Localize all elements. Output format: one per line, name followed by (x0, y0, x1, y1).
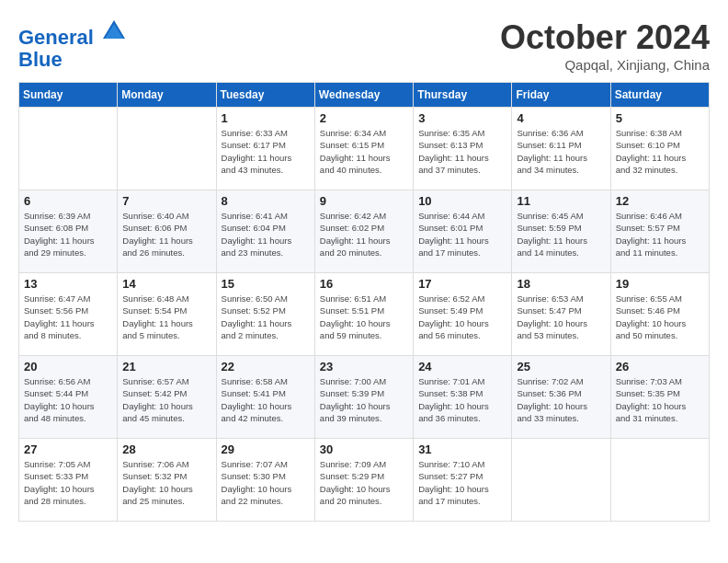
calendar-cell: 23Sunrise: 7:00 AM Sunset: 5:39 PM Dayli… (314, 356, 413, 439)
day-info: Sunrise: 7:01 AM Sunset: 5:38 PM Dayligh… (418, 375, 507, 424)
calendar-cell: 22Sunrise: 6:58 AM Sunset: 5:41 PM Dayli… (216, 356, 314, 439)
day-number: 31 (418, 442, 507, 456)
day-number: 29 (222, 442, 311, 456)
day-info: Sunrise: 6:51 AM Sunset: 5:51 PM Dayligh… (320, 293, 409, 341)
calendar-cell: 21Sunrise: 6:57 AM Sunset: 5:42 PM Dayli… (118, 356, 216, 439)
calendar-cell: 20Sunrise: 6:56 AM Sunset: 5:44 PM Dayli… (19, 356, 118, 439)
calendar-cell: 5Sunrise: 6:38 AM Sunset: 6:10 PM Daylig… (610, 108, 709, 190)
calendar-cell: 12Sunrise: 6:46 AM Sunset: 5:57 PM Dayli… (610, 190, 709, 273)
day-number: 15 (222, 277, 311, 291)
location-subtitle: Qapqal, Xinjiang, China (500, 57, 710, 73)
day-number: 14 (122, 277, 211, 291)
calendar-cell: 15Sunrise: 6:50 AM Sunset: 5:52 PM Dayli… (216, 273, 314, 356)
day-number: 22 (222, 360, 311, 373)
day-info: Sunrise: 6:58 AM Sunset: 5:41 PM Dayligh… (222, 375, 311, 424)
logo: General Blue (18, 18, 127, 71)
calendar-cell: 2Sunrise: 6:34 AM Sunset: 6:15 PM Daylig… (314, 108, 413, 190)
calendar-cell: 30Sunrise: 7:09 AM Sunset: 5:29 PM Dayli… (314, 439, 413, 522)
day-info: Sunrise: 6:36 AM Sunset: 6:11 PM Dayligh… (517, 127, 606, 176)
calendar-cell: 26Sunrise: 7:03 AM Sunset: 5:35 PM Dayli… (610, 356, 709, 439)
weekday-header-monday: Monday (118, 83, 216, 108)
day-info: Sunrise: 7:02 AM Sunset: 5:36 PM Dayligh… (517, 375, 606, 424)
calendar-cell (19, 108, 118, 190)
weekday-header-wednesday: Wednesday (314, 83, 413, 108)
day-number: 4 (517, 111, 606, 125)
day-info: Sunrise: 6:42 AM Sunset: 6:02 PM Dayligh… (320, 210, 409, 259)
day-info: Sunrise: 6:47 AM Sunset: 5:56 PM Dayligh… (24, 293, 113, 341)
day-info: Sunrise: 7:10 AM Sunset: 5:27 PM Dayligh… (418, 458, 507, 507)
calendar-cell: 17Sunrise: 6:52 AM Sunset: 5:49 PM Dayli… (414, 273, 512, 356)
day-info: Sunrise: 6:41 AM Sunset: 6:04 PM Dayligh… (222, 210, 311, 259)
day-number: 7 (122, 194, 211, 208)
calendar-cell: 10Sunrise: 6:44 AM Sunset: 6:01 PM Dayli… (414, 190, 512, 273)
weekday-header-sunday: Sunday (19, 83, 118, 108)
calendar-cell: 6Sunrise: 6:39 AM Sunset: 6:08 PM Daylig… (19, 190, 118, 273)
day-info: Sunrise: 6:45 AM Sunset: 5:59 PM Dayligh… (517, 210, 606, 259)
day-info: Sunrise: 6:53 AM Sunset: 5:47 PM Dayligh… (517, 293, 606, 341)
day-number: 21 (122, 360, 211, 373)
calendar-cell: 18Sunrise: 6:53 AM Sunset: 5:47 PM Dayli… (512, 273, 610, 356)
day-info: Sunrise: 7:09 AM Sunset: 5:29 PM Dayligh… (320, 458, 409, 507)
day-number: 20 (24, 360, 113, 373)
day-info: Sunrise: 7:05 AM Sunset: 5:33 PM Dayligh… (24, 458, 113, 507)
day-info: Sunrise: 7:03 AM Sunset: 5:35 PM Dayligh… (616, 375, 705, 424)
day-number: 1 (222, 111, 311, 125)
day-number: 25 (517, 360, 606, 373)
day-number: 6 (24, 194, 113, 208)
day-number: 13 (24, 277, 113, 291)
calendar-cell: 8Sunrise: 6:41 AM Sunset: 6:04 PM Daylig… (216, 190, 314, 273)
day-info: Sunrise: 6:34 AM Sunset: 6:15 PM Dayligh… (320, 127, 409, 176)
day-info: Sunrise: 6:38 AM Sunset: 6:10 PM Dayligh… (616, 127, 705, 176)
calendar-cell: 14Sunrise: 6:48 AM Sunset: 5:54 PM Dayli… (118, 273, 216, 356)
calendar-cell: 3Sunrise: 6:35 AM Sunset: 6:13 PM Daylig… (414, 108, 512, 190)
calendar-cell (118, 108, 216, 190)
day-info: Sunrise: 6:35 AM Sunset: 6:13 PM Dayligh… (418, 127, 507, 176)
day-number: 3 (418, 111, 507, 125)
day-info: Sunrise: 6:52 AM Sunset: 5:49 PM Dayligh… (418, 293, 507, 341)
day-number: 10 (418, 194, 507, 208)
weekday-header-thursday: Thursday (414, 83, 512, 108)
calendar-cell: 19Sunrise: 6:55 AM Sunset: 5:46 PM Dayli… (610, 273, 709, 356)
day-info: Sunrise: 7:06 AM Sunset: 5:32 PM Dayligh… (122, 458, 211, 507)
day-number: 27 (24, 442, 113, 456)
day-number: 12 (616, 194, 705, 208)
weekday-header-row: SundayMondayTuesdayWednesdayThursdayFrid… (19, 83, 710, 108)
calendar-table: SundayMondayTuesdayWednesdayThursdayFrid… (18, 82, 710, 522)
day-number: 28 (122, 442, 211, 456)
calendar-cell: 7Sunrise: 6:40 AM Sunset: 6:06 PM Daylig… (118, 190, 216, 273)
calendar-week-1: 1Sunrise: 6:33 AM Sunset: 6:17 PM Daylig… (19, 108, 710, 190)
calendar-cell: 4Sunrise: 6:36 AM Sunset: 6:11 PM Daylig… (512, 108, 610, 190)
day-number: 2 (320, 111, 409, 125)
day-info: Sunrise: 6:55 AM Sunset: 5:46 PM Dayligh… (616, 293, 705, 341)
calendar-cell: 27Sunrise: 7:05 AM Sunset: 5:33 PM Dayli… (19, 439, 118, 522)
day-number: 9 (320, 194, 409, 208)
day-info: Sunrise: 6:39 AM Sunset: 6:08 PM Dayligh… (24, 210, 113, 259)
calendar-cell: 24Sunrise: 7:01 AM Sunset: 5:38 PM Dayli… (414, 356, 512, 439)
day-number: 8 (222, 194, 311, 208)
day-number: 5 (616, 111, 705, 125)
day-info: Sunrise: 6:56 AM Sunset: 5:44 PM Dayligh… (24, 375, 113, 424)
calendar-cell: 28Sunrise: 7:06 AM Sunset: 5:32 PM Dayli… (118, 439, 216, 522)
calendar-cell: 1Sunrise: 6:33 AM Sunset: 6:17 PM Daylig… (216, 108, 314, 190)
day-number: 19 (616, 277, 705, 291)
day-info: Sunrise: 7:07 AM Sunset: 5:30 PM Dayligh… (222, 458, 311, 507)
calendar-cell: 25Sunrise: 7:02 AM Sunset: 5:36 PM Dayli… (512, 356, 610, 439)
day-info: Sunrise: 7:00 AM Sunset: 5:39 PM Dayligh… (320, 375, 409, 424)
calendar-cell: 16Sunrise: 6:51 AM Sunset: 5:51 PM Dayli… (314, 273, 413, 356)
day-number: 18 (517, 277, 606, 291)
day-number: 16 (320, 277, 409, 291)
calendar-week-2: 6Sunrise: 6:39 AM Sunset: 6:08 PM Daylig… (19, 190, 710, 273)
day-number: 26 (616, 360, 705, 373)
day-number: 23 (320, 360, 409, 373)
calendar-week-3: 13Sunrise: 6:47 AM Sunset: 5:56 PM Dayli… (19, 273, 710, 356)
calendar-cell: 13Sunrise: 6:47 AM Sunset: 5:56 PM Dayli… (19, 273, 118, 356)
day-info: Sunrise: 6:40 AM Sunset: 6:06 PM Dayligh… (122, 210, 211, 259)
calendar-cell: 29Sunrise: 7:07 AM Sunset: 5:30 PM Dayli… (216, 439, 314, 522)
weekday-header-saturday: Saturday (610, 83, 709, 108)
day-number: 30 (320, 442, 409, 456)
calendar-cell: 11Sunrise: 6:45 AM Sunset: 5:59 PM Dayli… (512, 190, 610, 273)
calendar-cell: 9Sunrise: 6:42 AM Sunset: 6:02 PM Daylig… (314, 190, 413, 273)
day-number: 17 (418, 277, 507, 291)
page-header: General Blue October 2024 Qapqal, Xinjia… (18, 18, 710, 73)
calendar-week-4: 20Sunrise: 6:56 AM Sunset: 5:44 PM Dayli… (19, 356, 710, 439)
